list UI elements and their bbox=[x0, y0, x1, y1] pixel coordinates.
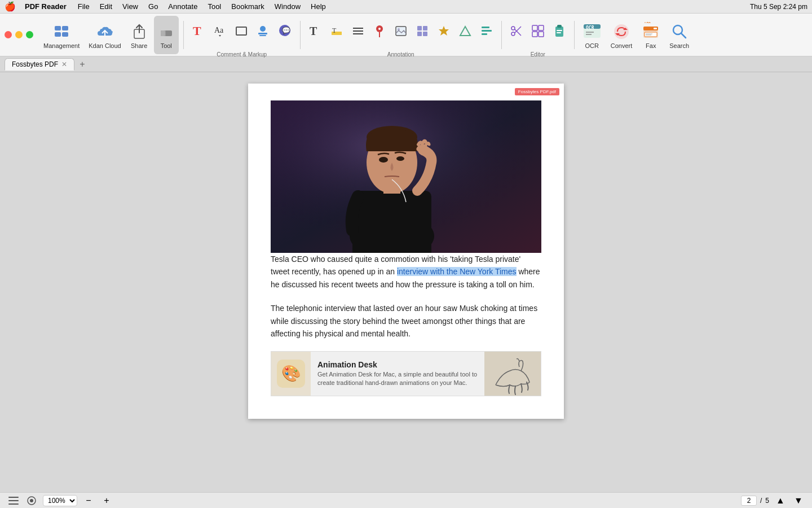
svg-text:T: T bbox=[310, 25, 317, 37]
svg-point-73 bbox=[379, 157, 388, 163]
svg-rect-47 bbox=[557, 30, 562, 31]
comment-markup-label: Comment & Markup bbox=[217, 51, 267, 58]
prev-page-button[interactable]: ▲ bbox=[774, 494, 787, 507]
next-page-button[interactable]: ▼ bbox=[792, 494, 805, 507]
zoom-out-button[interactable]: − bbox=[82, 494, 95, 507]
page-navigation: 2 / 5 bbox=[741, 496, 769, 506]
toolbar-convert[interactable]: Convert bbox=[607, 16, 636, 54]
ad-preview-image bbox=[484, 351, 541, 396]
annot-text-icon: T bbox=[309, 21, 321, 41]
menu-annotate[interactable]: Annotate bbox=[164, 0, 202, 13]
svg-rect-41 bbox=[532, 25, 537, 30]
ad-app-icon: 🎨 bbox=[271, 351, 311, 396]
svg-rect-35 bbox=[482, 30, 492, 32]
toolbar-comment-tool[interactable]: 💬 bbox=[274, 12, 295, 50]
toolbar-annot-more[interactable] bbox=[476, 12, 497, 50]
window-minimize[interactable] bbox=[15, 31, 23, 38]
window-close[interactable] bbox=[5, 31, 12, 38]
toolbar-fax[interactable]: FAX Fax bbox=[638, 16, 664, 54]
toolbar-tool[interactable]: Tool bbox=[154, 16, 179, 54]
window-maximize[interactable] bbox=[26, 31, 33, 38]
toolbar-management[interactable]: Management bbox=[40, 16, 83, 54]
svg-rect-48 bbox=[557, 32, 561, 33]
toolbar-highlight[interactable]: T bbox=[326, 12, 347, 50]
menu-window[interactable]: Window bbox=[270, 0, 305, 13]
share-icon bbox=[132, 21, 147, 42]
paragraph-2: The telephonic interview that lasted ove… bbox=[271, 302, 541, 340]
svg-rect-78 bbox=[484, 351, 541, 396]
menu-view[interactable]: View bbox=[118, 0, 143, 13]
toolbar-scissors[interactable] bbox=[506, 12, 527, 50]
zoom-in-button[interactable]: + bbox=[100, 494, 113, 507]
toolbar-pin[interactable] bbox=[369, 12, 390, 50]
svg-line-65 bbox=[681, 33, 686, 38]
zoom-selector[interactable]: 100% 50% 75% 125% 150% 200% bbox=[43, 495, 77, 506]
svg-rect-30 bbox=[423, 26, 427, 30]
svg-rect-43 bbox=[532, 32, 537, 37]
svg-rect-12 bbox=[236, 27, 246, 35]
menu-help[interactable]: Help bbox=[306, 0, 330, 13]
svg-rect-42 bbox=[539, 25, 544, 30]
share-label: Share bbox=[131, 42, 147, 49]
svg-rect-79 bbox=[8, 497, 19, 498]
tab-close[interactable]: ✕ bbox=[61, 60, 67, 68]
menubar-right: Thu 5 Sep 2:24 pm bbox=[750, 3, 807, 11]
statusbar: 100% 50% 75% 125% 150% 200% − + 2 / 5 ▲ … bbox=[0, 492, 812, 508]
tabbar: Fossbytes PDF ✕ + bbox=[0, 56, 812, 72]
total-pages: 5 bbox=[765, 497, 769, 505]
tool-icon bbox=[158, 21, 174, 42]
toolbar-text-tool[interactable]: T bbox=[188, 12, 209, 50]
menu-file[interactable]: File bbox=[73, 0, 94, 13]
ad-description: Get Animation Desk for Mac, a simple and… bbox=[317, 370, 478, 388]
apple-menu[interactable]: 🍎 bbox=[5, 1, 16, 12]
ad-text-area: Animation Desk Get Animation Desk for Ma… bbox=[311, 356, 484, 392]
app-name[interactable]: PDF Reader bbox=[20, 0, 71, 13]
toolbar-star[interactable] bbox=[434, 12, 454, 50]
svg-rect-29 bbox=[417, 26, 422, 30]
toolbar-clipboard[interactable] bbox=[549, 12, 570, 50]
svg-point-13 bbox=[260, 26, 266, 32]
editor-label: Editor bbox=[531, 51, 545, 58]
pdf-viewer[interactable]: Fossbytes PDF.pdf bbox=[0, 72, 812, 492]
svg-marker-33 bbox=[439, 26, 449, 36]
convert-label: Convert bbox=[611, 42, 633, 49]
text-icon: T bbox=[192, 21, 205, 41]
view-toggle-button[interactable] bbox=[25, 494, 38, 507]
ad-banner[interactable]: 🎨 Animation Desk Get Animation Desk for … bbox=[271, 351, 541, 396]
toolbar-search[interactable]: Search bbox=[666, 16, 692, 54]
svg-rect-44 bbox=[539, 32, 544, 37]
toolbar-share[interactable]: Share bbox=[127, 16, 152, 54]
kdan-cloud-icon bbox=[96, 21, 113, 42]
toolbar-edit-grid[interactable] bbox=[528, 12, 548, 50]
tab-add-button[interactable]: + bbox=[77, 59, 88, 70]
convert-icon bbox=[612, 21, 631, 42]
toolbar-ocr[interactable]: OCR OCR bbox=[579, 16, 605, 54]
toolbar-rectangle-tool[interactable] bbox=[231, 12, 251, 50]
ad-title: Animation Desk bbox=[317, 360, 478, 369]
svg-point-83 bbox=[30, 499, 33, 502]
toolbar-annot-text[interactable]: T bbox=[305, 12, 325, 50]
svg-marker-11 bbox=[219, 35, 221, 37]
sidebar-toggle-button[interactable] bbox=[7, 494, 20, 507]
menu-tool[interactable]: Tool bbox=[203, 0, 226, 13]
menu-bookmark[interactable]: Bookmark bbox=[227, 0, 269, 13]
toolbar-lines[interactable] bbox=[348, 12, 368, 50]
watermark: Fossbytes PDF.pdf bbox=[515, 88, 559, 95]
svg-rect-15 bbox=[259, 35, 266, 36]
search-label: Search bbox=[669, 42, 689, 49]
toolbar-grid[interactable] bbox=[412, 12, 433, 50]
menu-go[interactable]: Go bbox=[144, 0, 162, 13]
toolbar-image[interactable] bbox=[391, 12, 411, 50]
toolbar-font-dropdown[interactable]: Aa bbox=[210, 12, 230, 50]
toolbar-stamp-tool[interactable] bbox=[253, 12, 273, 50]
grid-icon bbox=[416, 21, 429, 41]
toolbar-kdan-cloud[interactable]: Kdan Cloud bbox=[85, 16, 125, 54]
svg-rect-69 bbox=[352, 191, 431, 253]
toolbar-shape[interactable] bbox=[455, 12, 475, 50]
svg-rect-36 bbox=[482, 33, 487, 35]
menu-edit[interactable]: Edit bbox=[95, 0, 117, 13]
kdan-cloud-label: Kdan Cloud bbox=[89, 42, 121, 49]
tab-fossbytes[interactable]: Fossbytes PDF ✕ bbox=[5, 58, 74, 71]
nyt-link[interactable]: interview with the New York Times bbox=[397, 267, 517, 276]
svg-rect-14 bbox=[258, 33, 267, 34]
